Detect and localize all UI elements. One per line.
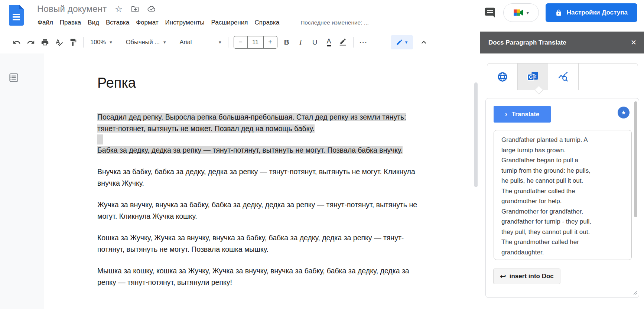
highlight-color-button[interactable] [336,35,350,49]
paragraph-4[interactable]: Жучка за внучку, внучка за бабку, бабка … [97,199,427,222]
paragraph-5[interactable]: Кошка за Жучку, Жучка за внучку, внучка … [97,232,427,255]
undo-icon [13,38,21,46]
google-docs-app: Новый документ ☆ Файл Правка Вид Вставка… [0,0,644,309]
more-toolbar-button[interactable]: ⋯ [357,35,371,49]
chevron-down-icon: ▾ [405,40,408,45]
docs-logo-icon[interactable] [9,5,24,26]
menu-file[interactable]: Файл [34,18,56,27]
header-actions: ▾ Настройки Доступа [483,3,637,22]
chevron-up-icon [420,38,428,46]
redo-icon [27,38,35,46]
spellcheck-icon [55,38,63,46]
toolbar: 100% ▾ Обычный ... ▾ Arial ▾ − 11 + B I … [0,32,480,53]
underline-button[interactable]: U [308,35,322,49]
addon-title: Docs Paragraph Translate [488,39,631,46]
menu-insert[interactable]: Вставка [103,18,133,27]
chevron-down-icon: ▾ [526,10,529,15]
google-translate-icon: 文 G [527,71,539,83]
toolbar-separator [119,37,119,48]
paragraph-6[interactable]: Мышка за кошку, кошка за Жучку, Жучка за… [97,265,427,288]
menu-edit[interactable]: Правка [56,18,84,27]
spellcheck-button[interactable] [52,35,66,49]
redo-button[interactable] [24,35,38,49]
star-icon[interactable]: ☆ [114,4,123,13]
trend-search-icon [558,71,569,82]
paragraph-1: Посадил дед репку. Выросла репка большая… [97,111,427,134]
chevron-down-icon: ▾ [110,40,112,45]
textarea-scrollbar-thumb[interactable] [634,101,637,217]
translate-button-label: Translate [512,111,540,118]
document-name[interactable]: Новый документ [37,4,107,14]
cloud-saved-icon[interactable] [147,4,156,13]
font-size-decrease-button[interactable]: − [234,36,247,48]
translation-textarea[interactable]: Grandfather planted a turnip. A large tu… [494,130,632,260]
scrollbar-thumb[interactable] [474,82,478,187]
addon-tabs: 文 G [487,63,638,90]
document-page[interactable]: Репка Посадил дед репку. Выросла репка б… [44,53,472,309]
print-button[interactable] [38,35,52,49]
share-button[interactable]: Настройки Доступа [546,3,637,22]
pencil-icon [396,39,403,46]
globe-icon [497,71,508,82]
menu-tools[interactable]: Инструменты [162,18,208,27]
addon-header: Docs Paragraph Translate ✕ [480,32,644,53]
bold-button[interactable]: B [280,35,294,49]
document-body[interactable]: Посадил дед репку. Выросла репка большая… [97,111,427,298]
move-folder-icon[interactable] [131,4,140,13]
toolbar-separator [353,37,354,48]
tab-analyze[interactable] [548,64,579,90]
return-arrow-icon: ↩ [500,272,506,281]
menu-help[interactable]: Справка [251,18,283,27]
zoom-select[interactable]: 100% ▾ [87,35,116,49]
close-icon[interactable]: ✕ [631,39,637,46]
comments-button[interactable] [483,6,497,19]
paragraph-2: Бабка за дедку, дедка за репку — тянут-п… [97,144,427,156]
font-size-input[interactable]: 11 [247,36,264,48]
highlighter-icon [339,38,347,46]
paint-format-button[interactable] [66,35,80,49]
chevron-down-icon: ▾ [163,40,166,45]
font-size-stepper: − 11 + [234,36,277,49]
toolbar-separator [83,37,84,48]
toolbar-separator [173,37,173,48]
menubar: Файл Правка Вид Вставка Формат Инструмен… [34,17,369,28]
tab-languages[interactable] [487,64,518,90]
document-canvas: Репка Посадил дед репку. Выросла репка б… [0,53,472,309]
paragraph-style-select[interactable]: Обычный ... ▾ [122,35,170,49]
font-size-increase-button[interactable]: + [264,36,277,48]
selected-empty-line [97,134,103,144]
tab-translate[interactable]: 文 G [518,64,548,90]
editing-mode-button[interactable]: ▾ [391,35,413,49]
menu-extensions[interactable]: Расширения [208,18,251,27]
paragraph-3[interactable]: Внучка за бабку, бабка за дедку, дедка з… [97,166,427,189]
show-outline-button[interactable] [7,71,20,84]
star-filled-icon: ★ [621,109,626,116]
svg-text:G: G [529,74,533,80]
menu-format[interactable]: Формат [133,18,162,27]
google-meet-icon [513,8,524,17]
resize-handle-icon[interactable] [633,290,638,296]
share-button-label: Настройки Доступа [567,9,628,16]
chevron-down-icon: ▾ [219,40,221,45]
translate-button[interactable]: › Translate [494,106,551,123]
insert-button-label: insert into Doc [510,273,554,280]
font-family-select[interactable]: Arial ▾ [176,35,225,49]
text-color-button[interactable]: A [322,35,336,49]
menu-view[interactable]: Вид [84,18,103,27]
document-scrollbar[interactable] [472,53,480,309]
document-heading[interactable]: Репка [97,75,136,91]
last-edit-link[interactable]: Последнее изменение: ... [300,19,369,26]
top-header: Новый документ ☆ Файл Правка Вид Вставка… [0,0,644,32]
undo-button[interactable] [10,35,24,49]
favorite-button[interactable]: ★ [618,107,630,118]
toolbar-separator [228,37,228,48]
paint-roller-icon [69,38,77,46]
chevron-right-icon: › [505,110,507,118]
hide-menus-button[interactable] [417,35,431,49]
translate-panel: › Translate ★ Grandfather planted a turn… [485,98,639,298]
insert-into-doc-button[interactable]: ↩ insert into Doc [493,269,560,284]
addon-sidebar: Docs Paragraph Translate ✕ 文 G [480,32,644,309]
italic-button[interactable]: I [294,35,308,49]
join-meet-button[interactable]: ▾ [503,3,539,22]
title-row: Новый документ ☆ [37,2,156,16]
